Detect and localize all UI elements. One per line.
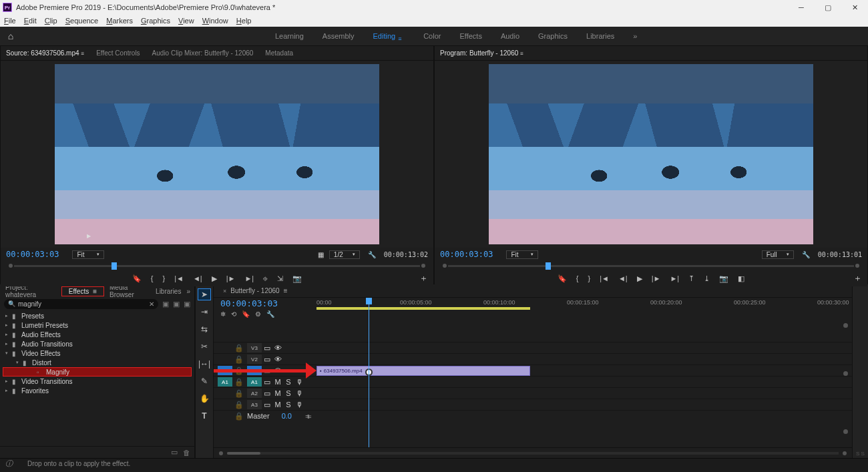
tree-item-audio-transitions[interactable]: ▸▮Audio Transitions <box>0 339 194 348</box>
home-icon[interactable]: ⌂ <box>0 31 21 41</box>
menu-window[interactable]: Window <box>202 17 228 25</box>
menu-file[interactable]: File <box>4 17 16 25</box>
button-editor-icon[interactable]: ＋ <box>853 272 862 284</box>
hand-tool-icon[interactable]: ✋ <box>198 393 211 405</box>
export-frame-icon[interactable]: 📷 <box>292 274 302 283</box>
ripple-edit-tool-icon[interactable]: ⇆ <box>198 323 211 335</box>
tab-program[interactable]: Program: Butterfly - 12060≡ <box>440 49 523 57</box>
menu-help[interactable]: Help <box>236 17 252 25</box>
program-resolution-dropdown[interactable]: Full▾ <box>762 250 794 259</box>
insert-icon[interactable]: ⎆ <box>263 274 268 282</box>
step-forward-icon[interactable]: |► <box>652 274 661 282</box>
tree-item-favorites[interactable]: ▸▮Favorites <box>0 386 194 395</box>
master-meter-icon[interactable]: ⟚ <box>303 412 314 421</box>
toggle-output-icon[interactable]: ▭ <box>262 355 272 364</box>
comparison-view-icon[interactable]: ◧ <box>738 274 744 283</box>
menu-edit[interactable]: Edit <box>24 17 37 25</box>
toggle-output-icon[interactable]: ▭ <box>262 401 272 409</box>
track-content[interactable]: ▪634937506.mp4 <box>316 322 852 447</box>
source-timecode-left[interactable]: 00:00:03:03 <box>6 250 59 259</box>
tree-item-video-effects[interactable]: ▾▮Video Effects <box>0 348 194 358</box>
tree-item-audio-effects[interactable]: ▸▮Audio Effects <box>0 330 194 339</box>
track-header-a2[interactable]: 🔒A2▭MS🎙 <box>214 387 316 399</box>
export-frame-icon[interactable]: 📷 <box>719 274 728 283</box>
mark-out-icon[interactable]: } <box>163 274 166 282</box>
timeline-timecode[interactable]: 00:00:03:03 <box>220 298 316 308</box>
tree-item-lumetri-presets[interactable]: ▸▮Lumetri Presets <box>0 320 194 330</box>
zoom-out-handle[interactable] <box>219 451 223 455</box>
source-settings-gear-icon[interactable]: ▦ <box>318 251 324 258</box>
go-to-in-icon[interactable]: |◄ <box>174 274 184 282</box>
lift-icon[interactable]: ⤒ <box>688 274 694 283</box>
new-bin-icon[interactable]: ▭ <box>171 448 178 457</box>
lock-icon[interactable]: 🔒 <box>234 412 244 421</box>
source-tab-3[interactable]: Metadata <box>265 49 293 57</box>
linked-selection-icon[interactable]: ⟲ <box>231 310 236 318</box>
source-tab-1[interactable]: Effect Controls <box>96 49 140 57</box>
track-header-master[interactable]: 🔒Master0.0⟚ <box>214 410 316 421</box>
minimize-button[interactable]: ─ <box>788 0 815 15</box>
yuv-filter-icon[interactable]: ▣ <box>184 300 190 308</box>
workspace-tab-learning[interactable]: Learning <box>275 32 304 40</box>
step-back-icon[interactable]: ◄| <box>193 274 202 282</box>
source-tab-2[interactable]: Audio Clip Mixer: Butterfly - 12060 <box>152 49 254 57</box>
menu-clip[interactable]: Clip <box>45 17 57 25</box>
effects-search-input[interactable]: 🔍 magnify ✕ <box>4 299 158 309</box>
workspace-overflow-button[interactable]: » <box>633 32 637 40</box>
menu-view[interactable]: View <box>178 17 194 25</box>
sequence-tab[interactable]: Butterfly - 12060≡ <box>230 287 287 294</box>
track-target-v3[interactable]: V3 <box>247 343 262 352</box>
toggle-output-icon[interactable]: ▭ <box>262 389 272 398</box>
track-header-a1[interactable]: A1🔒A1▭MS🎙 <box>214 376 316 387</box>
selection-tool-icon[interactable]: ➤ <box>198 288 211 300</box>
workspace-tab-graphics[interactable]: Graphics <box>538 32 568 40</box>
track-header-a3[interactable]: 🔒A3▭MS🎙 <box>214 399 316 410</box>
mark-in-icon[interactable]: { <box>576 274 579 282</box>
tree-item-presets[interactable]: ▸▮Presets <box>0 311 194 320</box>
panel-overflow-icon[interactable]: » <box>186 288 190 295</box>
source-scrub-bar[interactable] <box>1 261 433 270</box>
workspace-tab-libraries[interactable]: Libraries <box>586 32 614 40</box>
play-icon[interactable]: ▶ <box>637 274 642 283</box>
source-patch-a1[interactable]: A1 <box>218 377 232 387</box>
track-lane-a1[interactable] <box>316 376 852 387</box>
track-lane-v3[interactable] <box>316 342 852 353</box>
source-tab-0[interactable]: Source: 634937506.mp4≡ <box>6 49 84 57</box>
program-preview[interactable] <box>435 61 867 248</box>
close-button[interactable]: ✕ <box>841 0 868 15</box>
extract-icon[interactable]: ⤓ <box>704 274 710 283</box>
voiceover-icon[interactable]: 🎙 <box>294 378 304 386</box>
vscroll-bottom-handle[interactable] <box>843 429 848 434</box>
mute-button[interactable]: M <box>272 389 283 397</box>
toggle-output-icon[interactable]: ▭ <box>262 378 272 387</box>
lock-icon[interactable]: 🔒 <box>234 389 244 398</box>
track-select-tool-icon[interactable]: ⇥ <box>198 306 211 318</box>
delete-icon[interactable]: 🗑 <box>183 449 190 457</box>
workspace-tab-editing[interactable]: Editing <box>373 32 405 40</box>
toggle-output-icon[interactable]: ▭ <box>262 344 272 352</box>
step-forward-icon[interactable]: |► <box>226 274 236 282</box>
lock-icon[interactable]: 🔒 <box>234 355 244 364</box>
play-icon[interactable]: ▶ <box>212 274 217 283</box>
solo-button[interactable]: S <box>283 389 294 397</box>
track-lane-v1[interactable]: ▪634937506.mp4 <box>316 365 852 376</box>
timeline-wrench-icon[interactable]: 🔧 <box>266 310 274 318</box>
source-resolution-dropdown[interactable]: 1/2▾ <box>329 250 360 259</box>
timeline-settings-icon[interactable]: ⚙ <box>255 310 261 318</box>
type-tool-icon[interactable]: T <box>198 410 211 422</box>
track-lane-a2[interactable] <box>316 387 852 399</box>
track-target-v2[interactable]: V2 <box>247 355 262 364</box>
zoom-in-handle[interactable] <box>843 451 847 455</box>
add-marker-icon[interactable]: 🔖 <box>242 310 250 318</box>
timeline-clip[interactable]: ▪634937506.mp4 <box>316 366 530 376</box>
razor-tool-icon[interactable]: ✂ <box>198 340 211 352</box>
workspace-tab-effects[interactable]: Effects <box>459 32 481 40</box>
go-to-out-icon[interactable]: ►| <box>670 274 679 282</box>
snap-icon[interactable]: ❄ <box>220 310 226 318</box>
mark-out-icon[interactable]: } <box>588 274 591 282</box>
solo-button[interactable]: S <box>283 401 294 409</box>
lock-icon[interactable]: 🔒 <box>234 378 244 387</box>
source-preview[interactable]: ▶ <box>1 61 433 248</box>
lock-icon[interactable]: 🔒 <box>234 401 244 409</box>
clear-search-icon[interactable]: ✕ <box>149 300 154 308</box>
